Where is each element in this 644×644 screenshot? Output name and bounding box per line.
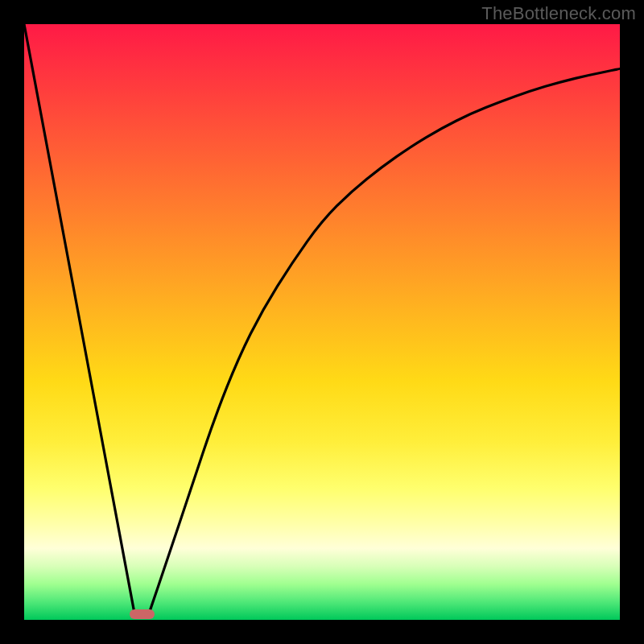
minimum-marker xyxy=(130,609,155,619)
watermark-text: TheBottleneck.com xyxy=(481,3,636,24)
chart-container: TheBottleneck.com xyxy=(0,0,644,644)
plot-background xyxy=(24,24,620,620)
